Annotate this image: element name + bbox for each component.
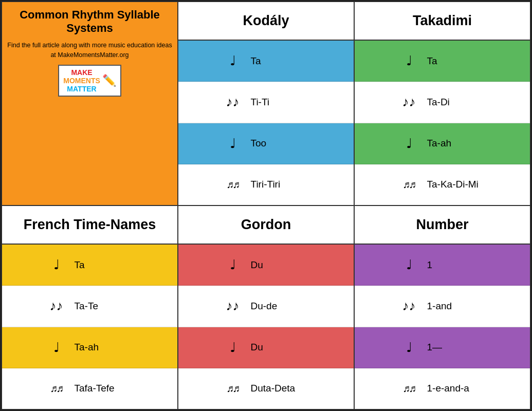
takadimi-title: Takadimi	[413, 13, 472, 29]
number-label-4: 1-e-and-a	[427, 383, 489, 394]
logo-moments: MOMENTS	[63, 77, 100, 85]
takadimi-row-4: ♬♬ Ta-Ka-Di-Mi	[355, 164, 530, 205]
french-row-4: ♬♬ Tafa-Tefe	[2, 368, 177, 409]
kodaly-rows: ♩ Ta ♪♪ Ti-Ti ♩ Too ♬♬ Tiri-Tiri	[178, 41, 354, 205]
french-panel: French Time-Names ♩ Ta ♪♪ Ta-Te ♩ Ta-ah …	[2, 206, 178, 409]
takadimi-row-1: ♩ Ta	[355, 41, 530, 82]
number-note-2: ♪♪	[396, 298, 422, 314]
gordon-header: Gordon	[178, 206, 354, 245]
takadimi-note-3: ♩	[396, 136, 422, 152]
kodaly-row-1: ♩ Ta	[178, 41, 354, 82]
kodaly-panel: Kodály ♩ Ta ♪♪ Ti-Ti ♩ Too ♬♬ Tiri-Tiri	[178, 2, 354, 206]
number-note-3: ♩	[396, 340, 422, 356]
number-note-1: ♩	[396, 257, 422, 273]
gordon-note-2: ♪♪	[220, 298, 246, 314]
gordon-label-3: Du	[251, 342, 313, 353]
number-header: Number	[355, 206, 530, 245]
gordon-row-2: ♪♪ Du-de	[178, 286, 354, 327]
number-note-4: ♬♬	[396, 383, 422, 395]
takadimi-label-4: Ta-Ka-Di-Mi	[427, 179, 489, 190]
kodaly-row-3: ♩ Too	[178, 123, 354, 164]
number-label-2: 1-and	[427, 301, 489, 312]
kodaly-row-4: ♬♬ Tiri-Tiri	[178, 164, 354, 205]
french-rows: ♩ Ta ♪♪ Ta-Te ♩ Ta-ah ♬♬ Tafa-Tefe	[2, 245, 177, 409]
logo-matter: MATTER	[63, 85, 100, 93]
french-label-3: Ta-ah	[75, 342, 136, 353]
kodaly-note-4: ♬♬	[220, 179, 246, 191]
kodaly-label-1: Ta	[251, 55, 313, 67]
takadimi-note-1: ♩	[396, 53, 422, 69]
french-note-2: ♪♪	[44, 298, 69, 314]
french-title: French Time-Names	[24, 217, 156, 233]
french-note-1: ♩	[44, 257, 69, 273]
subtitle: Find the full article along with more mu…	[7, 41, 172, 60]
takadimi-row-2: ♪♪ Ta-Di	[355, 82, 530, 123]
number-row-2: ♪♪ 1-and	[355, 286, 530, 327]
takadimi-panel: Takadimi ♩ Ta ♪♪ Ta-Di ♩ Ta-ah ♬♬ Ta-Ka-…	[354, 2, 530, 206]
french-label-4: Tafa-Tefe	[75, 383, 136, 394]
takadimi-note-2: ♪♪	[396, 94, 422, 110]
gordon-label-1: Du	[251, 259, 313, 271]
page-title: Common Rhythm Syllable Systems	[7, 8, 172, 35]
gordon-label-4: Duta-Deta	[251, 383, 313, 394]
takadimi-label-3: Ta-ah	[427, 138, 489, 149]
logo-pencil-icon: ✏️	[102, 74, 116, 87]
kodaly-note-1: ♩	[220, 53, 246, 69]
french-note-4: ♬♬	[44, 383, 69, 395]
intro-panel: Common Rhythm Syllable Systems Find the …	[2, 2, 178, 206]
takadimi-rows: ♩ Ta ♪♪ Ta-Di ♩ Ta-ah ♬♬ Ta-Ka-Di-Mi	[355, 41, 530, 205]
kodaly-row-2: ♪♪ Ti-Ti	[178, 82, 354, 123]
takadimi-row-3: ♩ Ta-ah	[355, 123, 530, 164]
kodaly-header: Kodály	[178, 2, 354, 41]
gordon-note-1: ♩	[220, 257, 246, 273]
takadimi-note-4: ♬♬	[396, 179, 422, 191]
gordon-note-3: ♩	[220, 340, 246, 356]
logo-make: MAKE	[63, 68, 100, 77]
number-panel: Number ♩ 1 ♪♪ 1-and ♩ 1— ♬♬ 1-e-and-a	[354, 206, 530, 409]
gordon-row-4: ♬♬ Duta-Deta	[178, 368, 354, 409]
takadimi-label-1: Ta	[427, 55, 489, 67]
kodaly-label-2: Ti-Ti	[251, 97, 313, 108]
french-label-2: Ta-Te	[75, 301, 136, 312]
number-row-4: ♬♬ 1-e-and-a	[355, 368, 530, 409]
main-grid: Common Rhythm Syllable Systems Find the …	[0, 0, 532, 411]
number-label-3: 1—	[427, 342, 489, 353]
gordon-row-3: ♩ Du	[178, 327, 354, 368]
kodaly-note-3: ♩	[220, 136, 246, 152]
kodaly-note-2: ♪♪	[220, 94, 246, 110]
gordon-note-4: ♬♬	[220, 383, 246, 395]
number-title: Number	[416, 217, 468, 233]
takadimi-label-2: Ta-Di	[427, 97, 489, 108]
french-row-1: ♩ Ta	[2, 245, 177, 286]
takadimi-header: Takadimi	[355, 2, 530, 41]
gordon-label-2: Du-de	[251, 301, 313, 312]
logo-box: MAKE MOMENTS MATTER ✏️	[58, 65, 121, 97]
gordon-rows: ♩ Du ♪♪ Du-de ♩ Du ♬♬ Duta-Deta	[178, 245, 354, 409]
number-rows: ♩ 1 ♪♪ 1-and ♩ 1— ♬♬ 1-e-and-a	[355, 245, 530, 409]
french-header: French Time-Names	[2, 206, 177, 245]
french-label-1: Ta	[75, 259, 136, 271]
gordon-row-1: ♩ Du	[178, 245, 354, 286]
number-label-1: 1	[427, 259, 489, 271]
french-row-2: ♪♪ Ta-Te	[2, 286, 177, 327]
kodaly-title: Kodály	[243, 13, 289, 29]
gordon-panel: Gordon ♩ Du ♪♪ Du-de ♩ Du ♬♬ Duta-Deta	[178, 206, 354, 409]
number-row-1: ♩ 1	[355, 245, 530, 286]
french-note-3: ♩	[44, 340, 69, 356]
kodaly-label-4: Tiri-Tiri	[251, 179, 313, 190]
number-row-3: ♩ 1—	[355, 327, 530, 368]
gordon-title: Gordon	[241, 217, 291, 233]
kodaly-label-3: Too	[251, 138, 313, 149]
french-row-3: ♩ Ta-ah	[2, 327, 177, 368]
